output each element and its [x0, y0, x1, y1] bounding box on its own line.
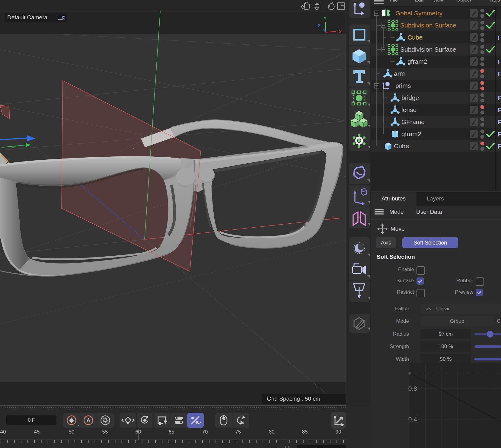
svg-text:Cube: Cube: [407, 34, 423, 41]
svg-text:0.4: 0.4: [408, 416, 417, 423]
svg-text:Default Camera: Default Camera: [7, 14, 47, 21]
svg-text:Cube: Cube: [394, 142, 409, 149]
svg-text:arm: arm: [394, 70, 405, 77]
svg-text:lense: lense: [401, 106, 416, 113]
svg-text:65: 65: [169, 429, 174, 435]
svg-text:A: A: [87, 418, 90, 423]
svg-text:P: P: [498, 70, 501, 77]
svg-text:45: 45: [34, 429, 40, 435]
svg-text:P: P: [498, 107, 501, 114]
svg-text:40: 40: [0, 429, 6, 435]
svg-text:Tags: Tags: [489, 0, 500, 3]
svg-text:X: X: [339, 29, 342, 34]
svg-text:prims: prims: [395, 82, 411, 89]
svg-text:55: 55: [102, 429, 108, 435]
svg-text:gfram2: gfram2: [407, 58, 427, 65]
svg-text:Mode: Mode: [389, 209, 404, 215]
svg-text:0.8: 0.8: [408, 385, 417, 392]
svg-text:70: 70: [202, 429, 208, 435]
svg-text:GFrame: GFrame: [401, 118, 425, 125]
svg-text:Subdivision Surface: Subdivision Surface: [400, 22, 456, 29]
svg-text:P: P: [498, 119, 501, 126]
svg-text:Subdivision Surface: Subdivision Surface: [400, 46, 456, 53]
svg-text:75: 75: [235, 429, 241, 435]
svg-text:85: 85: [302, 429, 308, 435]
svg-text:30.5: 30.5: [314, 446, 323, 448]
svg-text:gfram2: gfram2: [401, 130, 421, 137]
svg-text:90: 90: [336, 429, 341, 435]
svg-text:80: 80: [269, 429, 275, 435]
svg-text:50: 50: [69, 429, 75, 435]
svg-text:Z: Z: [318, 23, 321, 28]
svg-text:Attributes: Attributes: [381, 195, 406, 202]
svg-text:0 F: 0 F: [28, 418, 35, 423]
svg-text:Y: Y: [324, 16, 327, 21]
svg-text:P: P: [498, 94, 501, 101]
svg-text:Gobal Symmetry: Gobal Symmetry: [395, 10, 443, 17]
svg-text:P: P: [498, 131, 501, 138]
svg-text:Object: Object: [456, 0, 471, 3]
svg-text:30.5: 30.5: [269, 446, 277, 448]
svg-text:Edit: Edit: [415, 0, 424, 3]
svg-text:View: View: [433, 0, 444, 3]
svg-text:User Data: User Data: [416, 209, 442, 215]
svg-text:P: P: [498, 34, 501, 41]
svg-text:bridge: bridge: [401, 94, 419, 101]
svg-text:File: File: [390, 0, 398, 3]
svg-text:Layers: Layers: [426, 195, 444, 202]
svg-text:P: P: [498, 58, 501, 65]
svg-text:Grid Spacing : 50 cm: Grid Spacing : 50 cm: [267, 395, 320, 402]
svg-text:P: P: [498, 143, 501, 150]
